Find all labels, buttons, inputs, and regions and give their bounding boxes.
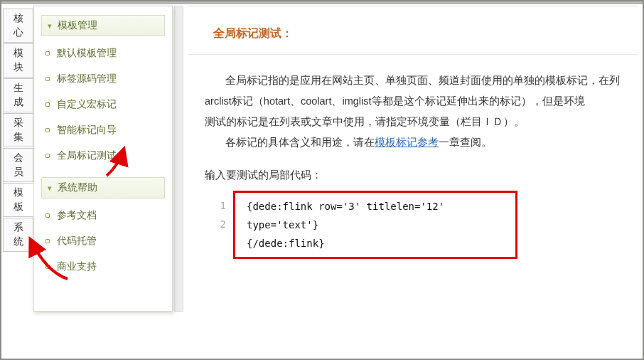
bullet-icon bbox=[45, 213, 50, 218]
desc-line: 各标记的具体含义和用途，请在模板标记参考一章查阅。 bbox=[205, 132, 621, 153]
sidebar-panel: ▾ 模板管理 默认模板管理 标签源码管理 自定义宏标记 智能标记向导 全局标记测… bbox=[33, 6, 173, 312]
sidebar-item-label: 智能标记向导 bbox=[57, 124, 117, 137]
top-border bbox=[1, 1, 643, 4]
tab-system[interactable]: 系统 bbox=[3, 218, 33, 252]
bullet-icon bbox=[45, 102, 50, 107]
chevron-down-icon: ▾ bbox=[48, 21, 52, 31]
sidebar-item-label: 代码托管 bbox=[57, 235, 97, 248]
sidebar-item-code-host[interactable]: 代码托管 bbox=[41, 228, 165, 254]
code-gutter: 1 2 bbox=[205, 191, 233, 259]
sidebar-header-template-manage[interactable]: ▾ 模板管理 bbox=[41, 15, 165, 36]
sidebar-header-label: 模板管理 bbox=[58, 19, 97, 32]
bullet-icon bbox=[45, 154, 50, 158]
line-number: 1 bbox=[205, 196, 226, 215]
sidebar-item-custom-macro[interactable]: 自定义宏标记 bbox=[41, 92, 165, 117]
left-nav-tabs: 核心 模块 生成 采集 会员 模板 系统 bbox=[3, 9, 33, 253]
desc-line: arclist标记（hotart、coolart、imglist等都是这个标记延… bbox=[205, 91, 621, 112]
sidebar-header-label: 系统帮助 bbox=[58, 181, 97, 194]
bullet-icon bbox=[45, 51, 50, 55]
sidebar-item-global-tag-test[interactable]: 全局标记测试 bbox=[41, 143, 165, 169]
sidebar-item-label: 全局标记测试 bbox=[57, 149, 117, 162]
sidebar-item-label: 参考文档 bbox=[57, 209, 97, 222]
line-number: 2 bbox=[205, 215, 226, 233]
code-label: 输入要测试的局部代码： bbox=[188, 160, 638, 188]
sidebar-item-label: 默认模板管理 bbox=[57, 47, 117, 60]
sidebar-scrollbar[interactable] bbox=[174, 6, 183, 312]
chevron-down-icon: ▾ bbox=[48, 184, 52, 193]
tab-member[interactable]: 会员 bbox=[3, 148, 33, 182]
page-title: 全局标记测试： bbox=[188, 21, 638, 55]
tab-template[interactable]: 模板 bbox=[3, 183, 33, 217]
tab-core[interactable]: 核心 bbox=[3, 9, 33, 43]
desc-text: 各标记的具体含义和用途，请在 bbox=[225, 137, 375, 148]
sidebar-item-smart-wizard[interactable]: 智能标记向导 bbox=[41, 117, 165, 143]
desc-line: 测试的标记是在列表或文章中使用，请指定环境变量（栏目ＩＤ）。 bbox=[205, 112, 621, 132]
sidebar-item-default-template[interactable]: 默认模板管理 bbox=[41, 41, 165, 66]
tab-generate[interactable]: 生成 bbox=[3, 78, 33, 112]
sidebar-item-label: 商业支持 bbox=[57, 260, 97, 273]
sidebar-list-help: 参考文档 代码托管 商业支持 bbox=[41, 203, 165, 280]
tab-collect[interactable]: 采集 bbox=[3, 113, 33, 147]
sidebar-item-label: 标签源码管理 bbox=[57, 73, 117, 85]
sidebar-item-docs[interactable]: 参考文档 bbox=[41, 203, 165, 228]
main-content: 全局标记测试： 全局标记指的是应用在网站主页、单独页面、频道封面使用的单独的模板… bbox=[188, 6, 638, 354]
sidebar-header-system-help[interactable]: ▾ 系统帮助 bbox=[41, 177, 165, 198]
code-line: {/dede:flink} bbox=[247, 234, 504, 253]
bullet-icon bbox=[45, 128, 50, 132]
bullet-icon bbox=[45, 265, 50, 269]
bullet-icon bbox=[45, 239, 50, 243]
desc-text: 一章查阅。 bbox=[439, 137, 492, 148]
code-input[interactable]: {dede:flink row='3' titlelen='12' type='… bbox=[233, 191, 517, 259]
sidebar-list-template: 默认模板管理 标签源码管理 自定义宏标记 智能标记向导 全局标记测试 bbox=[41, 41, 165, 169]
code-line: {dede:flink row='3' titlelen='12' type='… bbox=[247, 197, 504, 234]
tab-module[interactable]: 模块 bbox=[3, 43, 33, 78]
bullet-icon bbox=[45, 77, 50, 81]
sidebar-item-commercial[interactable]: 商业支持 bbox=[41, 254, 165, 280]
template-ref-link[interactable]: 模板标记参考 bbox=[375, 137, 439, 148]
description-text: 全局标记指的是应用在网站主页、单独页面、频道封面使用的单独的模板标记，在列 ar… bbox=[188, 55, 638, 160]
sidebar-item-tag-source[interactable]: 标签源码管理 bbox=[41, 66, 165, 92]
sidebar-item-label: 自定义宏标记 bbox=[57, 98, 117, 111]
desc-line: 全局标记指的是应用在网站主页、单独页面、频道封面使用的单独的模板标记，在列 bbox=[205, 70, 621, 91]
code-area: 1 2 {dede:flink row='3' titlelen='12' ty… bbox=[205, 191, 621, 259]
